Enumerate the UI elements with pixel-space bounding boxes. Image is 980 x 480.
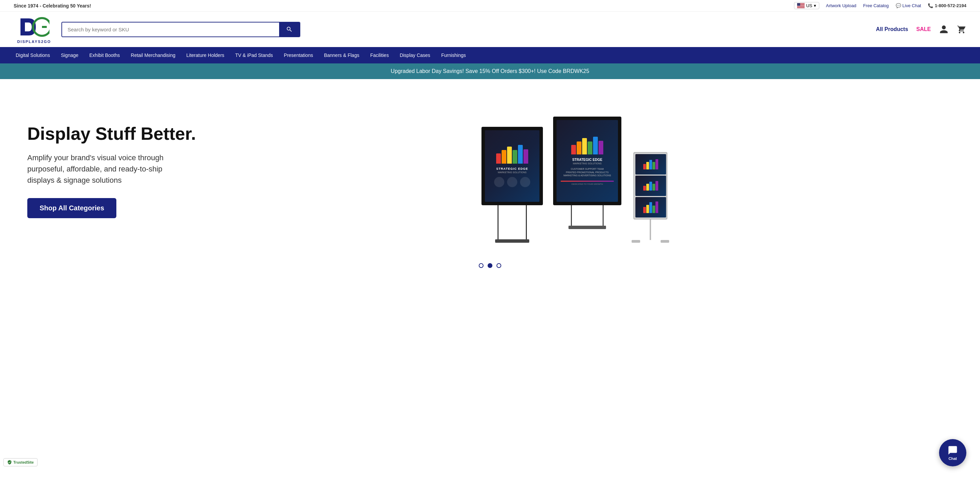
artwork-upload-link[interactable]: Artwork Upload	[826, 3, 856, 8]
nav-digital-solutions[interactable]: Digital Solutions	[10, 47, 55, 63]
stand-pole-left	[498, 205, 498, 239]
svg-rect-9	[797, 6, 805, 7]
stand-pole-2-right	[603, 205, 604, 226]
flag-icon	[797, 3, 805, 8]
nav-literature-holders[interactable]: Literature Holders	[181, 47, 230, 63]
top-bar-links: US ▾ Artwork Upload Free Catalog 💬 Live …	[794, 2, 966, 9]
poster-inner-2: STRATEGIC EDGE MARKETING SOLUTIONS CUSTO…	[557, 120, 618, 202]
display-stand-1: STRATEGIC EDGE MARKETING SOLUTIONS	[482, 127, 543, 243]
promo-text: Upgraded Labor Day Savings! Save 15% Off…	[391, 68, 589, 74]
poster-logo-2	[571, 137, 603, 154]
search-button[interactable]	[279, 22, 300, 36]
rack-foot-left	[632, 240, 640, 243]
cart-button[interactable]	[957, 25, 966, 34]
free-catalog-link[interactable]: Free Catalog	[863, 3, 889, 8]
tagline: Since 1974 - Celebrating 50 Years!	[14, 3, 91, 8]
svg-rect-13	[797, 3, 800, 6]
carousel-dot-3[interactable]	[496, 263, 501, 268]
poster-icons	[494, 177, 530, 187]
poster-board-1: STRATEGIC EDGE MARKETING SOLUTIONS	[482, 127, 543, 205]
nav-display-cases[interactable]: Display Cases	[394, 47, 435, 63]
search-input[interactable]	[62, 22, 279, 36]
search-icon	[286, 26, 293, 33]
stand-base-1	[495, 239, 529, 243]
nav-banners-flags[interactable]: Banners & Flags	[318, 47, 365, 63]
literature-rack	[632, 152, 669, 243]
nav-signage[interactable]: Signage	[55, 47, 84, 63]
carousel-dot-1[interactable]	[479, 263, 484, 268]
shop-all-categories-button[interactable]: Shop All Categories	[27, 198, 116, 218]
chat-bubble-icon: 💬	[896, 3, 901, 8]
svg-rect-7	[797, 6, 805, 6]
chevron-down-icon: ▾	[814, 3, 816, 8]
display-stand-2: STRATEGIC EDGE MARKETING SOLUTIONS CUSTO…	[553, 117, 621, 229]
nav-facilities[interactable]: Facilities	[365, 47, 394, 63]
promo-bar: Upgraded Labor Day Savings! Save 15% Off…	[0, 63, 980, 79]
logo-text: DISPLAYS2GO	[17, 40, 51, 44]
nav-bar: Digital Solutions Signage Exhibit Booths…	[0, 47, 980, 63]
top-bar: Since 1974 - Celebrating 50 Years! US	[0, 0, 980, 11]
all-products-link[interactable]: All Products	[876, 26, 908, 32]
hero-subtitle: Amplify your brand's visual voice throug…	[27, 152, 191, 186]
logo-link[interactable]: DISPLAYS2GO	[14, 15, 55, 44]
hero-text-area: Display Stuff Better. Amplify your brand…	[27, 124, 198, 218]
nav-tv-ipad-stands[interactable]: TV & iPad Stands	[230, 47, 278, 63]
account-icon	[939, 25, 948, 34]
poster-sub: MARKETING SOLUTIONS	[498, 171, 527, 174]
stand-base-2	[568, 226, 606, 229]
hero-images: STRATEGIC EDGE MARKETING SOLUTIONS	[198, 100, 953, 243]
phone-icon: 📞	[928, 3, 933, 8]
svg-rect-11	[797, 8, 805, 8]
poster-inner-1: STRATEGIC EDGE MARKETING SOLUTIONS	[485, 130, 539, 202]
search-form	[61, 22, 300, 37]
rack-frame	[633, 152, 667, 220]
nav-exhibit-booths[interactable]: Exhibit Booths	[84, 47, 126, 63]
rack-slot-2	[635, 176, 666, 196]
nav-furnishings[interactable]: Furnishings	[436, 47, 471, 63]
svg-rect-8	[797, 6, 805, 6]
phone-link[interactable]: 📞 1-800-572-2194	[928, 3, 966, 8]
stand-poles-2	[571, 205, 604, 226]
poster-logo-1	[496, 145, 528, 164]
carousel-dot-2[interactable]	[488, 263, 492, 268]
carousel-dots	[0, 257, 980, 278]
live-chat-link[interactable]: 💬 Live Chat	[896, 3, 921, 8]
stand-pole-right	[526, 205, 527, 239]
poster-company-name: STRATEGIC EDGE	[496, 167, 528, 171]
rack-slot-1	[635, 154, 666, 174]
header-right: All Products SALE	[876, 25, 966, 34]
header: DISPLAYS2GO All Products SALE	[0, 11, 980, 47]
cart-icon	[957, 25, 966, 34]
stand-poles-1	[498, 205, 527, 239]
svg-rect-12	[797, 8, 805, 8]
rack-slot-3	[635, 197, 666, 217]
rack-foot-right	[660, 240, 669, 243]
account-button[interactable]	[939, 25, 948, 34]
rack-feet	[632, 240, 669, 243]
hero-section: Display Stuff Better. Amplify your brand…	[0, 79, 980, 257]
poster-board-2: STRATEGIC EDGE MARKETING SOLUTIONS CUSTO…	[553, 117, 621, 205]
country-selector[interactable]: US ▾	[794, 2, 819, 9]
sale-link[interactable]: SALE	[916, 26, 931, 32]
logo-svg	[19, 15, 49, 39]
country-code: US	[806, 3, 812, 8]
nav-retail-merchandising[interactable]: Retail Merchandising	[125, 47, 181, 63]
nav-presentations[interactable]: Presentations	[278, 47, 319, 63]
hero-title: Display Stuff Better.	[27, 124, 198, 144]
svg-rect-10	[797, 7, 805, 8]
rack-pole	[650, 220, 651, 240]
stand-pole-2-left	[571, 205, 572, 226]
